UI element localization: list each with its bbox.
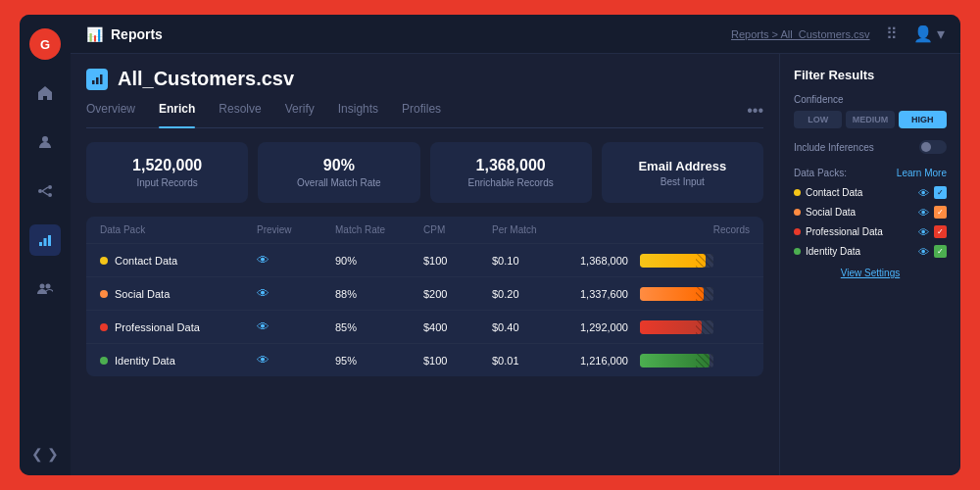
dot-identity (100, 357, 108, 365)
dot-social (100, 290, 108, 298)
tabs-bar: Overview Enrich Resolve Verify Insights … (86, 102, 763, 128)
pack-eye-social[interactable]: 👁 (918, 207, 929, 219)
pack-dot-social (794, 209, 801, 216)
sidebar-home[interactable] (29, 77, 61, 109)
row-label-professional: Professional Data (100, 321, 257, 333)
stat-input-records: 1,520,000 Input Records (86, 142, 248, 203)
grid-icon[interactable]: ⠿ (886, 24, 898, 43)
svg-point-0 (42, 136, 48, 142)
conf-btn-high[interactable]: HIGH (899, 111, 947, 128)
row-label-social: Social Data (100, 288, 257, 300)
pack-name-professional: Professional Data (806, 226, 913, 237)
content-main: All_Customers.csv Overview Enrich Resolv… (71, 54, 779, 475)
pack-eye-identity[interactable]: 👁 (918, 246, 929, 258)
row-permatch-professional: $0.40 (492, 321, 580, 333)
pack-checkbox-social[interactable]: ✓ (934, 206, 947, 219)
sidebar-reports[interactable] (29, 224, 61, 256)
svg-point-1 (38, 189, 42, 193)
sidebar-connections[interactable] (29, 175, 61, 207)
col-preview: Preview (257, 224, 335, 235)
main-content: 📊 Reports Reports > All_Customers.csv ⠿ … (71, 15, 960, 475)
row-preview-identity[interactable]: 👁 (257, 353, 335, 368)
reports-nav-icon: 📊 (86, 26, 103, 42)
data-packs-label: Data Packs: (794, 168, 847, 178)
user-avatar[interactable]: G (29, 28, 61, 60)
row-preview-professional[interactable]: 👁 (257, 319, 335, 334)
stat-value-match: 90% (323, 157, 355, 174)
page-header-icon (86, 69, 108, 90)
page-header: All_Customers.csv (86, 68, 763, 90)
stats-row: 1,520,000 Input Records 90% Overall Matc… (86, 142, 763, 203)
row-name-identity: Identity Data (115, 355, 175, 367)
confidence-label: Confidence (794, 94, 947, 105)
tabs-more-button[interactable]: ••• (747, 102, 763, 127)
inference-toggle[interactable] (919, 140, 947, 154)
progress-stripe-identity (696, 354, 713, 368)
tab-enrich[interactable]: Enrich (159, 102, 195, 127)
tab-verify[interactable]: Verify (285, 102, 315, 127)
pack-checkbox-contact[interactable]: ✓ (934, 186, 947, 199)
pack-row-contact: Contact Data 👁 ✓ (794, 186, 947, 199)
view-settings-link[interactable]: View Settings (794, 268, 947, 278)
conf-btn-medium[interactable]: MEDIUM (846, 111, 894, 128)
progress-bar-social (640, 287, 713, 301)
breadcrumb[interactable]: Reports > All_Customers.csv (731, 28, 870, 40)
stat-best-input: Email Address Best Input (602, 142, 763, 203)
svg-rect-7 (44, 238, 47, 246)
filter-panel: Filter Results Confidence LOW MEDIUM HIG… (779, 54, 960, 475)
pack-eye-contact[interactable]: 👁 (918, 187, 929, 199)
inference-label: Include Inferences (794, 142, 874, 153)
row-preview-contact[interactable]: 👁 (257, 253, 335, 268)
data-packs-header: Data Packs: Learn More (794, 168, 947, 178)
toggle-knob (921, 142, 931, 152)
records-value-contact: 1,368,000 (580, 255, 628, 267)
row-records-identity: 1,216,000 (580, 354, 750, 368)
row-permatch-identity: $0.01 (492, 355, 580, 367)
learn-more-link[interactable]: Learn More (897, 168, 947, 178)
table-row: Social Data 👁 88% $200 $0.20 1,337,600 (86, 276, 763, 310)
tab-profiles[interactable]: Profiles (402, 102, 441, 127)
stat-match-rate: 90% Overall Match Rate (258, 142, 419, 203)
stat-label-best: Best Input (661, 176, 705, 187)
row-label-contact: Contact Data (100, 255, 257, 267)
row-permatch-contact: $0.10 (492, 255, 580, 267)
pack-checkbox-professional[interactable]: ✓ (934, 225, 947, 238)
topnav: 📊 Reports Reports > All_Customers.csv ⠿ … (71, 15, 960, 54)
row-preview-social[interactable]: 👁 (257, 286, 335, 301)
pack-dot-professional (794, 228, 801, 235)
sidebar-contacts[interactable] (29, 126, 61, 158)
records-value-social: 1,337,600 (580, 288, 628, 300)
table-row: Contact Data 👁 90% $100 $0.10 1,368,000 (86, 243, 763, 276)
progress-bar-contact (640, 254, 713, 268)
dot-contact (100, 257, 108, 265)
svg-point-9 (40, 284, 45, 289)
tab-resolve[interactable]: Resolve (219, 102, 261, 127)
tab-overview[interactable]: Overview (86, 102, 135, 127)
user-menu-icon[interactable]: 👤 ▾ (913, 24, 945, 43)
row-label-identity: Identity Data (100, 355, 257, 367)
svg-rect-6 (39, 242, 42, 246)
row-permatch-social: $0.20 (492, 288, 580, 300)
tab-insights[interactable]: Insights (338, 102, 378, 127)
svg-rect-12 (96, 77, 99, 84)
sidebar-people[interactable] (29, 273, 61, 305)
row-records-social: 1,337,600 (580, 287, 750, 301)
pack-name-contact: Contact Data (806, 187, 913, 198)
progress-fill-social (640, 287, 704, 301)
pack-name-social: Social Data (806, 207, 913, 218)
sidebar-collapse[interactable]: ❮ ❯ (31, 446, 59, 462)
row-match-professional: 85% (335, 321, 423, 333)
conf-btn-low[interactable]: LOW (794, 111, 842, 128)
confidence-buttons: LOW MEDIUM HIGH (794, 111, 947, 128)
row-match-contact: 90% (335, 255, 423, 267)
stat-label-match: Overall Match Rate (297, 177, 381, 188)
stat-value-best: Email Address (638, 159, 726, 173)
pack-checkbox-identity[interactable]: ✓ (934, 245, 947, 258)
row-cpm-contact: $100 (423, 255, 492, 267)
table-row: Identity Data 👁 95% $100 $0.01 1,216,000 (86, 343, 763, 376)
pack-name-identity: Identity Data (806, 246, 913, 257)
pack-eye-professional[interactable]: 👁 (918, 226, 929, 238)
filter-panel-title: Filter Results (794, 68, 947, 82)
app-container: G ❮ ❯ 📊 Reports Reports > All_Customers.… (20, 15, 960, 475)
progress-stripe-professional (696, 320, 713, 334)
